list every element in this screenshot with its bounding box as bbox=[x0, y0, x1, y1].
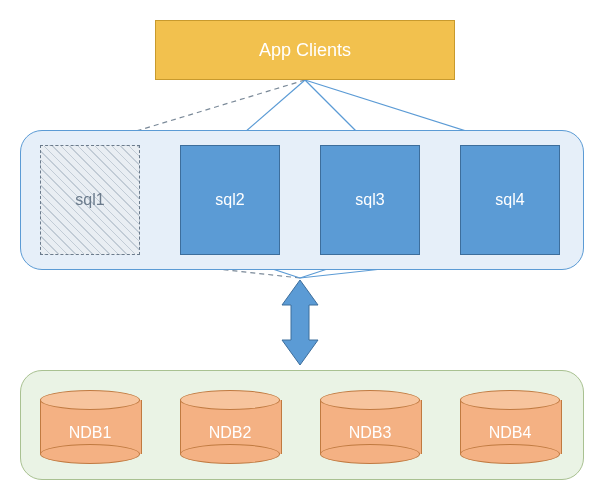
sql-node-sql2: sql2 bbox=[180, 145, 280, 255]
ndb-node-label: NDB3 bbox=[349, 424, 392, 442]
double-arrow-icon bbox=[282, 280, 318, 365]
sql-node-sql4: sql4 bbox=[460, 145, 560, 255]
ndb-node-ndb4: NDB4 bbox=[460, 390, 560, 464]
sql-node-sql3: sql3 bbox=[320, 145, 420, 255]
app-clients-label: App Clients bbox=[259, 40, 351, 61]
ndb-node-label: NDB4 bbox=[489, 424, 532, 442]
sql-node-label: sql1 bbox=[75, 191, 104, 209]
sql-node-label: sql2 bbox=[215, 191, 244, 209]
ndb-node-label: NDB2 bbox=[209, 424, 252, 442]
sql-node-sql1: sql1 bbox=[40, 145, 140, 255]
sql-node-label: sql4 bbox=[495, 191, 524, 209]
database-icon: NDB2 bbox=[180, 390, 280, 464]
app-clients-box: App Clients bbox=[155, 20, 455, 80]
diagram-stage: App Clients sql1 sql2 sql3 sql4 NDB1 NDB… bbox=[0, 0, 604, 500]
database-icon: NDB4 bbox=[460, 390, 560, 464]
ndb-node-ndb1: NDB1 bbox=[40, 390, 140, 464]
ndb-node-ndb3: NDB3 bbox=[320, 390, 420, 464]
database-icon: NDB1 bbox=[40, 390, 140, 464]
ndb-node-label: NDB1 bbox=[69, 424, 112, 442]
ndb-node-ndb2: NDB2 bbox=[180, 390, 280, 464]
sql-node-label: sql3 bbox=[355, 191, 384, 209]
database-icon: NDB3 bbox=[320, 390, 420, 464]
